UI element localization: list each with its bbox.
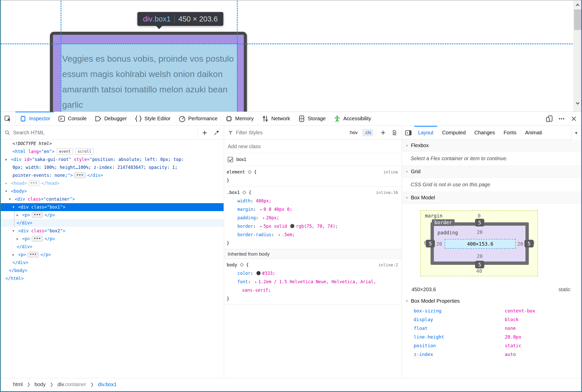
show-all-nodes-button[interactable]: ••• bbox=[28, 252, 39, 257]
margin-bottom-value[interactable]: 40 bbox=[421, 268, 537, 274]
pseudo-class-button[interactable]: :hov bbox=[347, 129, 360, 136]
tab-accessibility[interactable]: Accessibility bbox=[330, 112, 375, 125]
markup-node[interactable]: <div id="saka-gui-root" style="position:… bbox=[1, 156, 224, 164]
all-tabs-menu-icon[interactable]: ▼ bbox=[571, 126, 581, 140]
collapse-icon[interactable]: ▼ bbox=[9, 195, 14, 203]
event-badge[interactable]: event bbox=[57, 148, 73, 155]
markup-node[interactable]: <div class="box2">▼ bbox=[1, 227, 224, 235]
property-name[interactable]: box-sizing bbox=[414, 307, 441, 315]
class-panel-button[interactable]: .cls bbox=[362, 129, 373, 136]
expand-icon[interactable]: ▶ bbox=[5, 156, 10, 164]
section-box-model[interactable]: ▼ Box Model bbox=[402, 192, 581, 204]
expand-shorthand-icon[interactable]: ▶ bbox=[260, 222, 262, 231]
sidebar-tab-computed[interactable]: Computed bbox=[438, 126, 470, 140]
box-model-properties-header[interactable]: ▼ Box Model Properties bbox=[402, 295, 581, 307]
box-model-border-layer[interactable]: 5 5 5 5 border padding 20 20 20 20 400×1… bbox=[431, 222, 529, 265]
markup-node[interactable]: </div> bbox=[1, 243, 224, 251]
property-name[interactable]: float bbox=[414, 324, 427, 333]
markup-node[interactable]: <head>•••</head>▶ bbox=[1, 179, 224, 187]
markup-search-bar[interactable]: Search HTML bbox=[1, 126, 224, 140]
expand-shorthand-icon[interactable]: ▶ bbox=[255, 278, 257, 286]
padding-left-value[interactable]: 20 bbox=[436, 241, 442, 247]
add-class-input[interactable]: Add new class bbox=[224, 140, 402, 153]
scroll-badge[interactable]: scroll bbox=[75, 148, 94, 155]
section-grid[interactable]: ▼ Grid bbox=[402, 166, 581, 178]
markup-node[interactable]: <body>▼ bbox=[1, 187, 224, 195]
tab-performance[interactable]: Performance bbox=[174, 112, 222, 125]
color-swatch[interactable] bbox=[256, 271, 261, 275]
box-model-padding-layer[interactable]: padding 20 20 20 20 400×153.6 bbox=[434, 226, 525, 262]
sidebar-tab-fonts[interactable]: Fonts bbox=[499, 126, 521, 140]
markup-node[interactable]: </html> bbox=[1, 275, 224, 282]
collapse-icon[interactable]: ▼ bbox=[13, 203, 17, 211]
element-picker-button[interactable] bbox=[1, 112, 15, 125]
markup-node[interactable]: <p>•••</p>▶ bbox=[1, 251, 224, 259]
sidebar-tab-changes[interactable]: Changes bbox=[470, 126, 499, 140]
css-declaration[interactable]: padding: ▶20px; bbox=[224, 214, 402, 222]
breadcrumb-item-body[interactable]: body bbox=[35, 382, 46, 387]
markup-node[interactable]: </body> bbox=[1, 267, 224, 275]
expand-icon[interactable]: ▶ bbox=[5, 179, 10, 187]
markup-node[interactable]: <p>•••</p>▶ bbox=[1, 211, 224, 219]
show-all-nodes-button[interactable]: ••• bbox=[28, 180, 39, 186]
markup-node[interactable]: <p>•••</p>▶ bbox=[1, 235, 224, 243]
tab-network[interactable]: Network bbox=[258, 112, 294, 125]
padding-bottom-value[interactable]: 20 bbox=[434, 253, 525, 259]
expand-icon[interactable]: ▶ bbox=[17, 211, 21, 219]
add-node-button[interactable] bbox=[200, 128, 209, 137]
sidebar-tab-layout[interactable]: Layout bbox=[414, 126, 438, 140]
expand-icon[interactable]: ▶ bbox=[13, 251, 17, 259]
margin-top-value[interactable]: 0 bbox=[421, 213, 537, 219]
class-checkbox[interactable] bbox=[228, 157, 233, 162]
border-bottom-value[interactable]: 5 bbox=[475, 261, 484, 268]
rule-selector[interactable]: .box1 bbox=[227, 190, 240, 195]
show-all-nodes-button[interactable]: ••• bbox=[32, 236, 43, 242]
markup-node-selected[interactable]: <div class="box1">▼ bbox=[1, 203, 224, 211]
property-name[interactable]: position bbox=[414, 341, 436, 350]
add-rule-button[interactable] bbox=[379, 128, 387, 137]
border-right-value[interactable]: 5 bbox=[524, 240, 534, 247]
tab-inspector[interactable]: Inspector bbox=[15, 112, 54, 125]
tab-style-editor[interactable]: Style Editor bbox=[131, 112, 174, 125]
print-media-icon[interactable] bbox=[390, 128, 399, 137]
rule-source-link[interactable]: inline bbox=[383, 168, 398, 176]
meatball-menu-icon[interactable] bbox=[556, 113, 567, 124]
tab-storage[interactable]: Storage bbox=[294, 112, 330, 125]
show-all-nodes-button[interactable]: ••• bbox=[32, 212, 43, 218]
box-model-margin-layer[interactable]: margin 0 40 0 0 5 5 5 5 border padding 2… bbox=[420, 210, 538, 276]
markup-node[interactable]: </div> bbox=[1, 219, 224, 227]
expand-shorthand-icon[interactable]: ▶ bbox=[279, 231, 280, 239]
search-input[interactable]: Search HTML bbox=[13, 130, 195, 136]
expand-shorthand-icon[interactable]: ▶ bbox=[260, 205, 262, 214]
markup-node[interactable]: <html lang="en">eventscroll bbox=[1, 148, 224, 156]
breadcrumb-item-div-box1[interactable]: div.box1 bbox=[98, 382, 117, 387]
responsive-design-mode-icon[interactable] bbox=[544, 113, 555, 124]
tab-memory[interactable]: Memory bbox=[221, 112, 257, 125]
rule-selector[interactable]: body bbox=[227, 262, 237, 267]
markup-node[interactable]: 0px; width: 100%; height…100%; z-index: … bbox=[1, 164, 224, 171]
scroll-down-icon[interactable] bbox=[574, 99, 581, 107]
expand-shorthand-icon[interactable]: ▶ bbox=[263, 214, 265, 222]
breadcrumb-item-div[interactable]: div.container bbox=[58, 382, 86, 387]
collapse-icon[interactable]: ▼ bbox=[13, 227, 17, 235]
rule-selector[interactable]: element bbox=[227, 169, 245, 175]
sidebar-tab-animati[interactable]: Animati bbox=[521, 126, 542, 140]
tab-console[interactable]: Console bbox=[54, 112, 90, 125]
padding-top-value[interactable]: 20 bbox=[434, 229, 525, 235]
property-name[interactable]: z-index bbox=[414, 350, 433, 359]
rule-source-link[interactable]: inline:2 bbox=[378, 261, 398, 269]
section-flexbox[interactable]: ▼ Flexbox bbox=[402, 140, 581, 151]
css-declaration[interactable]: margin: ▶0 0 40px 0; bbox=[224, 205, 402, 214]
property-name[interactable]: display bbox=[414, 315, 433, 324]
property-name[interactable]: line-height bbox=[414, 333, 444, 341]
close-devtools-icon[interactable] bbox=[568, 113, 579, 124]
css-declaration[interactable]: border-radius: ▶.5em; bbox=[224, 231, 402, 239]
css-declaration[interactable]: color: #333; bbox=[224, 269, 402, 278]
css-declaration[interactable]: font: ▶1.2em / 1.5 Helvetica Neue, Helve… bbox=[224, 278, 402, 286]
markup-node[interactable]: pointer-events: none;">•••</div> bbox=[1, 171, 224, 179]
css-declaration[interactable]: border: ▶5px solid rgb(75, 70, 74); bbox=[224, 222, 402, 231]
rule-source-link[interactable]: inline:16 bbox=[376, 188, 398, 197]
box-model-content-box[interactable]: 400×153.6 bbox=[445, 239, 516, 249]
border-left-value[interactable]: 5 bbox=[426, 240, 435, 247]
color-swatch[interactable] bbox=[290, 224, 294, 228]
